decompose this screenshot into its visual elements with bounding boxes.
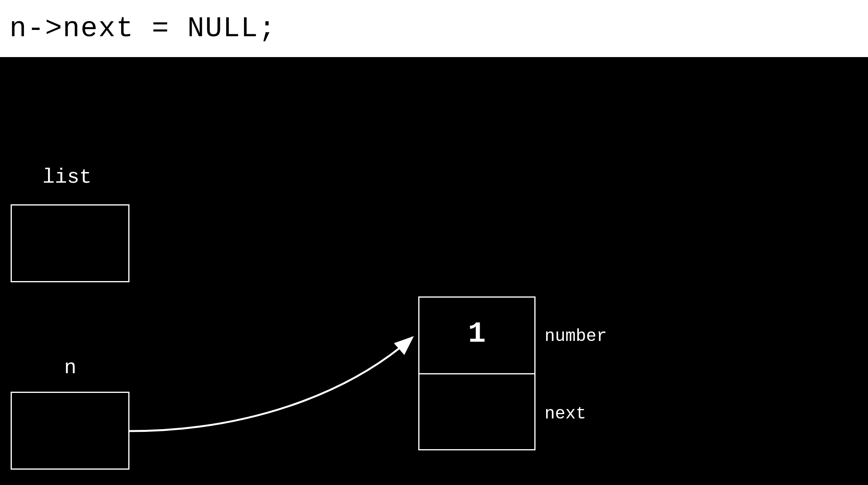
node-number-field-label: number bbox=[545, 326, 607, 346]
n-variable-label: n bbox=[64, 356, 76, 379]
linked-list-diagram: list n 1 number next bbox=[0, 57, 868, 485]
list-variable-label: list bbox=[42, 166, 92, 189]
list-variable-box bbox=[11, 204, 129, 282]
linked-list-node: 1 bbox=[418, 296, 536, 450]
code-statement: n->next = NULL; bbox=[0, 0, 868, 57]
n-variable-box bbox=[11, 392, 129, 470]
node-next-field-label: next bbox=[545, 404, 586, 424]
node-number-value: 1 bbox=[419, 317, 534, 351]
node-divider bbox=[419, 373, 534, 374]
